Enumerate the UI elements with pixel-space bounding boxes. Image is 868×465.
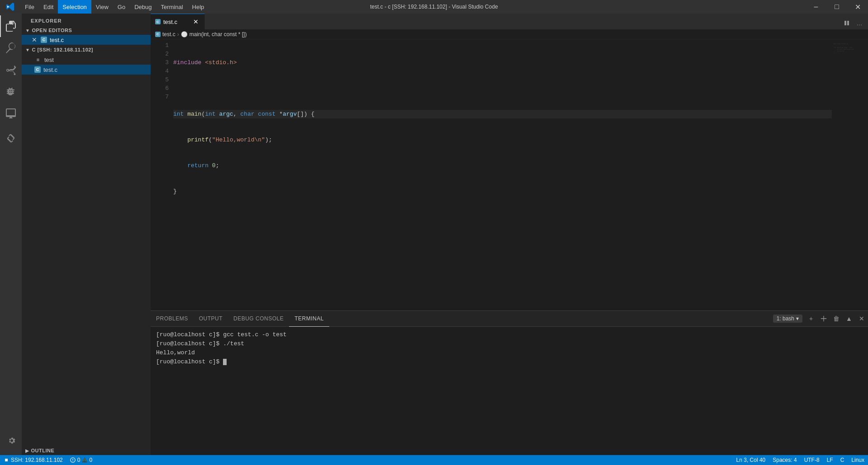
terminal-line-2: [ruo@localhost c]$ ./test [156, 339, 863, 348]
maximize-panel-button[interactable]: ▲ [843, 312, 855, 325]
menu-edit[interactable]: Edit [39, 0, 58, 14]
menu-terminal[interactable]: Terminal [156, 0, 187, 14]
filename-test: test [44, 56, 54, 63]
code-line-3: int main(int argc, char const *argv[]) { [173, 110, 832, 118]
tab-c-icon: C [155, 19, 161, 24]
activity-explorer[interactable] [0, 15, 22, 37]
code-line-1: #include <stdio.h> [173, 58, 832, 67]
menu-go[interactable]: Go [113, 0, 130, 14]
eol-label: LF [827, 457, 833, 463]
line-num-6: 6 [151, 84, 169, 93]
outline-area: ▶ OUTLINE [22, 446, 151, 455]
code-line-5: return 0; [173, 161, 832, 170]
outline-header[interactable]: ▶ OUTLINE [22, 446, 151, 455]
terminal-shell-selector[interactable]: 1: bash ▾ [773, 315, 802, 323]
more-actions-button[interactable]: … [853, 17, 866, 29]
open-editor-filename: test.c [50, 37, 64, 43]
activity-search[interactable] [0, 37, 22, 59]
line-num-3: 3 [151, 58, 169, 67]
terminal-tab-output[interactable]: OUTPUT [194, 311, 228, 327]
menu-selection[interactable]: Selection [58, 0, 91, 14]
terminal-cursor [223, 359, 227, 365]
status-errors[interactable]: 0 0 [66, 455, 96, 465]
activity-source-control[interactable] [0, 59, 22, 80]
activity-bar [0, 14, 22, 455]
window-title: test.c - c [SSH: 192.168.11.102] - Visua… [370, 4, 498, 10]
kill-terminal-button[interactable]: 🗑 [830, 312, 843, 325]
workspace-name: C [SSH: 192.168.11.102] [32, 47, 93, 52]
status-language[interactable]: C [837, 455, 848, 465]
chevron-down-icon-workspace: ▼ [25, 47, 30, 52]
activity-remote[interactable] [0, 102, 22, 124]
line-num-2: 2 [151, 50, 169, 58]
sidebar: Explorer ▼ OPEN EDITORS ✕ C test.c ▼ C [… [22, 14, 151, 455]
line-num-5: 5 [151, 75, 169, 84]
breadcrumb-icon: C [155, 32, 161, 37]
split-editor-button[interactable] [840, 17, 853, 29]
code-line-6: } [173, 187, 832, 196]
tab-filename: test.c [163, 19, 177, 25]
line-num-1: 1 [151, 41, 169, 50]
position-label: Ln 3, Col 40 [736, 457, 766, 463]
sidebar-header: Explorer [22, 14, 151, 26]
terminal-output-1: Hello,world [156, 349, 195, 356]
terminal-prompt-2: [ruo@localhost c]$ ./test [156, 340, 244, 347]
split-terminal-button[interactable] [817, 312, 830, 325]
editor-area: C test.c ✕ … C test.c › ⚪ main(int, char… [151, 14, 868, 455]
window-controls: – □ ✕ [806, 0, 868, 14]
menu-help[interactable]: Help [188, 0, 209, 14]
close-panel-button[interactable]: ✕ [855, 312, 868, 325]
status-encoding[interactable]: UTF-8 [801, 455, 823, 465]
status-ssh-label: SSH: 192.168.11.102 [11, 457, 63, 463]
status-os[interactable]: Linux [848, 455, 868, 465]
status-eol[interactable]: LF [823, 455, 837, 465]
tab-testc[interactable]: C test.c ✕ [151, 14, 205, 29]
spaces-label: Spaces: 4 [773, 457, 797, 463]
code-line-4: printf("Hello,world\n"); [173, 136, 832, 144]
workspace-section: ▼ C [SSH: 192.168.11.102] ≡ test C test.… [22, 45, 151, 75]
add-terminal-button[interactable]: + [805, 312, 817, 325]
terminal-content[interactable]: [ruo@localhost c]$ gcc test.c -o test [r… [151, 327, 868, 455]
terminal-tab-problems[interactable]: PROBLEMS [151, 311, 194, 327]
breadcrumb-symbol[interactable]: main(int, char const * []) [190, 31, 247, 38]
code-content[interactable]: #include <stdio.h> int main(int argc, ch… [173, 39, 832, 310]
tree-file-test[interactable]: ≡ test [22, 55, 151, 65]
open-editors-header[interactable]: ▼ OPEN EDITORS [22, 26, 151, 35]
workspace-header[interactable]: ▼ C [SSH: 192.168.11.102] [22, 45, 151, 55]
code-editor[interactable]: 1 2 3 4 5 6 7 #include <stdio.h> int mai… [151, 39, 832, 310]
status-spaces[interactable]: Spaces: 4 [769, 455, 800, 465]
terminal-tab-debug[interactable]: DEBUG CONSOLE [228, 311, 289, 327]
breadcrumb-separator: › [177, 31, 179, 38]
status-ssh[interactable]: SSH: 192.168.11.102 [0, 455, 66, 465]
status-bar: SSH: 192.168.11.102 0 0 Ln 3, Col 40 Spa… [0, 455, 868, 465]
code-line-2 [173, 84, 832, 93]
language-label: C [840, 457, 844, 463]
tab-close-button[interactable]: ✕ [192, 18, 200, 26]
menu-debug[interactable]: Debug [130, 0, 156, 14]
encoding-label: UTF-8 [804, 457, 820, 463]
open-editors-section: ▼ OPEN EDITORS ✕ C test.c [22, 26, 151, 45]
open-editor-testc[interactable]: ✕ C test.c [22, 35, 151, 45]
dropdown-arrow-icon: ▾ [796, 315, 799, 322]
status-position[interactable]: Ln 3, Col 40 [733, 455, 769, 465]
close-button[interactable]: ✕ [847, 0, 868, 14]
tab-bar: C test.c ✕ … [151, 14, 868, 29]
activity-extensions[interactable] [0, 127, 22, 149]
activity-debug[interactable] [0, 80, 22, 102]
tab-actions: … [838, 17, 868, 29]
menu-view[interactable]: View [91, 0, 113, 14]
error-count: 0 [77, 457, 81, 463]
c-file-icon: C [41, 37, 47, 43]
menu-file[interactable]: File [20, 0, 39, 14]
minimize-button[interactable]: – [806, 0, 826, 14]
maximize-button[interactable]: □ [826, 0, 847, 14]
terminal-tab-terminal[interactable]: TERMINAL [289, 311, 329, 327]
chevron-right-icon: ▶ [25, 448, 29, 453]
main-content: Explorer ▼ OPEN EDITORS ✕ C test.c ▼ C [… [0, 14, 868, 455]
breadcrumb-file[interactable]: test.c [162, 31, 175, 38]
close-dirty-icon[interactable]: ✕ [31, 36, 38, 43]
tree-file-testc[interactable]: C test.c [22, 65, 151, 75]
breadcrumb-symbol-icon: ⚪ [181, 31, 188, 38]
activity-settings[interactable] [0, 430, 22, 451]
terminal-prompt-1: [ruo@localhost c]$ gcc test.c -o test [156, 331, 287, 338]
